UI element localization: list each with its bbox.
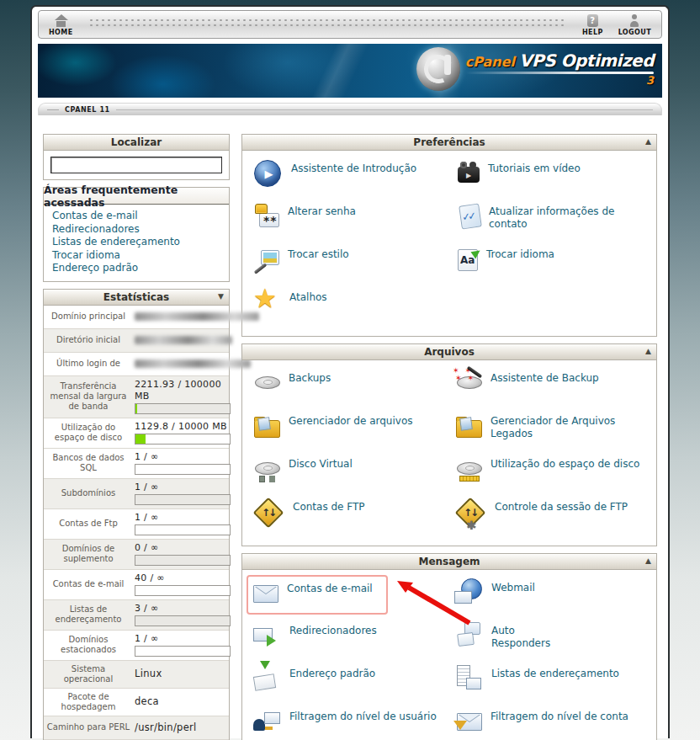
feature-label[interactable]: Backups xyxy=(289,368,331,385)
collapse-icon[interactable]: ▼ xyxy=(218,292,224,301)
stat-value: 2211.93 / 100000 MB xyxy=(133,376,236,418)
feature-item[interactable]: Filtragem do nível de usuário xyxy=(249,705,451,740)
feature-label[interactable]: Controle da sessão de FTP xyxy=(495,497,628,514)
feature-item[interactable]: Utilização do espaço de disco xyxy=(451,452,653,495)
quick-link[interactable]: Contas de e-mail xyxy=(52,210,220,223)
feature-item[interactable]: Filtragem do nível de conta xyxy=(451,705,653,740)
quick-link[interactable]: Redirecionadores xyxy=(52,223,220,237)
version-tab: CPANEL 11 xyxy=(38,103,662,115)
feature-item[interactable]: Gerenciador de Arquivos Legados xyxy=(451,409,653,452)
collapse-icon[interactable]: ▲ xyxy=(645,347,651,355)
autoresponders-icon[interactable] xyxy=(454,620,483,649)
logout-button[interactable]: LOGOUT xyxy=(618,14,651,36)
feature-item[interactable]: Controle da sessão de FTP xyxy=(451,495,653,538)
page-panel: HOME HELP LOGOUT cPanel VPS Optimized 3 xyxy=(30,5,670,738)
feature-label[interactable]: Contas de FTP xyxy=(293,497,365,514)
feature-label[interactable]: Trocar idioma xyxy=(486,244,554,261)
find-box-header: Localizar xyxy=(44,135,229,151)
feature-label[interactable]: Assistente de Backup xyxy=(491,368,599,385)
home-button[interactable]: HOME xyxy=(49,16,73,36)
feature-item[interactable]: Gerenciador de arquivos xyxy=(249,409,451,452)
stat-label: Diretório inicial xyxy=(44,329,133,352)
collapse-icon[interactable]: ▲ xyxy=(645,137,651,146)
backup-wizard-icon[interactable] xyxy=(457,376,482,389)
feature-item[interactable]: Contas de FTP xyxy=(249,495,451,538)
feature-label[interactable]: Redirecionadores xyxy=(289,620,377,637)
collapse-icon[interactable]: ▲ xyxy=(645,556,651,565)
feature-label[interactable]: Atualizar informações de contato xyxy=(489,201,614,231)
video-tutorials-icon[interactable] xyxy=(458,167,480,183)
quick-link[interactable]: Listas de endereçamento xyxy=(52,236,220,249)
disk-usage-icon[interactable] xyxy=(457,462,482,475)
feature-item[interactable]: Trocar idioma xyxy=(451,242,653,285)
feature-label[interactable]: Gerenciador de Arquivos Legados xyxy=(491,411,650,440)
legacy-file-manager-icon[interactable] xyxy=(456,420,482,438)
feature-label[interactable]: Contas de e-mail xyxy=(287,578,373,595)
ftp-accounts-icon[interactable] xyxy=(253,498,284,529)
change-language-icon[interactable] xyxy=(458,249,478,271)
ftp-session-icon[interactable] xyxy=(455,498,486,529)
feature-item[interactable]: Assistente de Introdução xyxy=(249,157,451,200)
feature-item[interactable]: Contas de e-mail xyxy=(247,575,388,615)
quick-link[interactable]: Trocar idioma xyxy=(52,249,220,263)
stat-label: Bancos de dados SQL xyxy=(44,449,133,478)
mailing-lists-icon[interactable] xyxy=(454,663,483,692)
stat-value: deca xyxy=(133,689,229,716)
feature-item[interactable]: Endereço padrão xyxy=(249,662,451,705)
feature-item[interactable]: Atualizar informações de contato xyxy=(451,200,653,242)
statistics-header: Estatísticas ▼ xyxy=(44,290,229,306)
feature-item[interactable]: Assistente de Backup xyxy=(451,366,653,409)
email-accounts-icon[interactable] xyxy=(253,585,278,603)
home-icon xyxy=(55,16,67,27)
account-filter-icon[interactable] xyxy=(457,713,482,731)
shortcuts-icon[interactable] xyxy=(252,287,281,316)
web-disk-icon[interactable] xyxy=(255,462,280,475)
feature-item[interactable]: Trocar estilo xyxy=(249,242,451,285)
feature-item[interactable]: Auto Responders xyxy=(451,619,653,662)
progress-bar xyxy=(135,585,231,596)
feature-item[interactable]: Atalhos xyxy=(249,285,451,328)
feature-label[interactable]: Utilização do espaço de disco xyxy=(491,454,639,471)
feature-label[interactable]: Filtragem do nível de conta xyxy=(491,706,628,723)
feature-label[interactable]: Endereço padrão xyxy=(289,663,375,680)
feature-label[interactable]: Auto Responders xyxy=(491,620,550,650)
change-password-icon[interactable] xyxy=(259,213,279,227)
help-button[interactable]: HELP xyxy=(582,14,603,36)
feature-label[interactable]: Filtragem do nível de usuário xyxy=(289,706,437,723)
product-name: VPS Optimized xyxy=(519,52,654,69)
feature-item[interactable]: Disco Virtual xyxy=(249,452,451,495)
feature-item[interactable]: Alterar senha xyxy=(249,200,451,242)
statistics-box: Estatísticas ▼ Domínio principalDiretóri… xyxy=(43,289,230,740)
feature-label[interactable]: Listas de endereçamento xyxy=(491,663,619,680)
forwarders-icon[interactable] xyxy=(252,620,281,649)
default-address-icon[interactable] xyxy=(252,663,281,692)
feature-label[interactable]: Gerenciador de arquivos xyxy=(289,411,412,428)
change-style-icon[interactable] xyxy=(261,250,279,265)
getting-started-icon[interactable] xyxy=(254,160,281,187)
feature-item[interactable]: Listas de endereçamento xyxy=(451,662,653,705)
stat-value: 0 / ∞ xyxy=(133,540,236,569)
find-input[interactable] xyxy=(50,157,222,173)
feature-item[interactable]: Backups xyxy=(249,366,451,409)
feature-item[interactable]: Tutoriais em vídeo xyxy=(451,157,653,200)
feature-item[interactable]: Redirecionadores xyxy=(249,619,451,662)
progress-bar xyxy=(135,434,231,445)
panel-header: Preferências ▲ xyxy=(242,135,656,151)
feature-label[interactable]: Tutoriais em vídeo xyxy=(488,158,581,175)
stat-label: Subdomínios xyxy=(44,479,133,508)
user-filter-icon[interactable] xyxy=(252,706,281,735)
feature-label[interactable]: Disco Virtual xyxy=(289,454,353,471)
feature-label[interactable]: Assistente de Introdução xyxy=(291,158,416,175)
quick-link[interactable]: Endereço padrão xyxy=(52,262,220,275)
panel-title: Mensagem xyxy=(418,556,480,567)
feature-label[interactable]: Webmail xyxy=(491,578,535,594)
feature-label[interactable]: Atalhos xyxy=(289,287,327,304)
backups-icon[interactable] xyxy=(255,376,280,389)
progress-bar xyxy=(135,403,231,414)
feature-label[interactable]: Trocar estilo xyxy=(288,244,349,261)
file-manager-icon[interactable] xyxy=(254,420,280,438)
feature-item[interactable]: Webmail xyxy=(451,576,653,619)
feature-label[interactable]: Alterar senha xyxy=(288,201,356,218)
webmail-icon[interactable] xyxy=(454,578,483,606)
contact-info-icon[interactable] xyxy=(459,203,482,229)
